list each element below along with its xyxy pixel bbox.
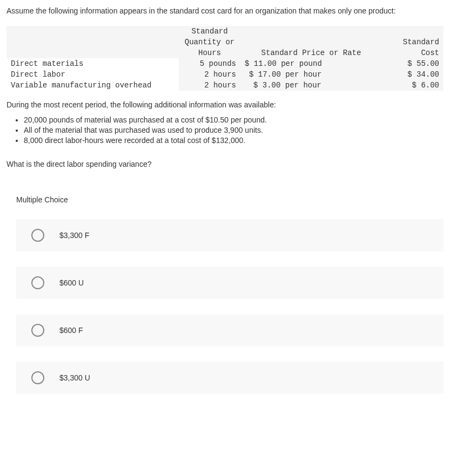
header-qty-line1: Standard <box>179 26 240 37</box>
choice-list: $3,300 F $600 U $600 F $3,300 U <box>6 219 444 394</box>
row-label: Direct materials <box>6 58 179 69</box>
header-cost-line2: Cost <box>382 47 444 58</box>
radio-icon <box>31 229 44 242</box>
row-cost: $ 6.00 <box>382 80 444 91</box>
radio-icon <box>31 276 44 289</box>
choice-text: $600 U <box>59 278 84 287</box>
choice-option[interactable]: $3,300 U <box>16 362 444 394</box>
bullet-item: 20,000 pounds of material was purchased … <box>24 115 444 124</box>
choice-option[interactable]: $3,300 F <box>16 219 444 251</box>
row-label: Direct labor <box>6 69 179 80</box>
choice-text: $3,300 F <box>59 231 89 240</box>
multiple-choice-label: Multiple Choice <box>16 195 444 204</box>
additional-info-text: During the most recent period, the follo… <box>6 100 444 109</box>
row-cost: $ 34.00 <box>382 69 444 80</box>
row-rate: $ 11.00 per pound <box>240 58 382 69</box>
standard-cost-table: Standard Quantity or Standard Hours Stan… <box>6 26 444 91</box>
bullet-list: 20,000 pounds of material was purchased … <box>6 115 444 145</box>
radio-icon <box>31 371 44 384</box>
header-cost-line1: Standard <box>382 37 444 47</box>
choice-option[interactable]: $600 F <box>16 314 444 346</box>
row-label: Variable manufacturing overhead <box>6 80 179 91</box>
intro-text: Assume the following information appears… <box>6 6 444 15</box>
header-rate: Standard Price or Rate <box>240 47 382 58</box>
row-rate: $ 17.00 per hour <box>240 69 382 80</box>
choice-text: $600 F <box>59 326 83 335</box>
row-qty: 2 hours <box>179 69 240 80</box>
bullet-item: 8,000 direct labor-hours were recorded a… <box>24 136 444 145</box>
radio-icon <box>31 324 44 337</box>
question-text: What is the direct labor spending varian… <box>6 160 444 168</box>
bullet-item: All of the material that was purchased w… <box>24 126 444 134</box>
row-qty: 2 hours <box>179 80 240 91</box>
header-qty-line3: Hours <box>179 47 240 58</box>
header-qty-line2: Quantity or <box>179 37 240 47</box>
row-cost: $ 55.00 <box>382 58 444 69</box>
row-qty: 5 pounds <box>179 58 240 69</box>
choice-text: $3,300 U <box>59 373 90 382</box>
row-rate: $ 3.00 per hour <box>240 80 382 91</box>
choice-option[interactable]: $600 U <box>16 267 444 299</box>
